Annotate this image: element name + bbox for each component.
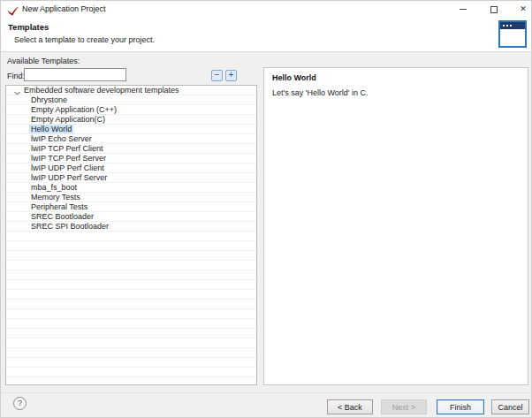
maximize-button[interactable] [485, 1, 503, 18]
empty-row [6, 319, 256, 329]
wizard-window-icon-titlebar [500, 22, 525, 29]
maximize-icon [490, 6, 498, 13]
chevron-down-icon[interactable] [14, 88, 20, 95]
back-button[interactable]: < Back [327, 399, 373, 414]
banner-separator [1, 51, 531, 52]
list-item[interactable]: lwIP UDP Perf Server [6, 173, 256, 183]
close-button[interactable]: ✕ [514, 1, 532, 18]
list-item[interactable]: lwIP UDP Perf Client [6, 163, 256, 173]
empty-row [6, 241, 256, 251]
list-item-label: Empty Application (C++) [31, 105, 117, 114]
list-item-label: lwIP TCP Perf Server [31, 154, 106, 163]
close-icon: ✕ [520, 5, 527, 13]
finish-button[interactable]: Finish [437, 399, 484, 414]
minimize-icon [460, 9, 467, 10]
list-item-label: SREC SPI Bootloader [31, 222, 109, 231]
list-item[interactable]: Memory Tests [6, 193, 256, 202]
new-application-project-dialog: New Application Project ✕ Templates Sele… [0, 0, 532, 418]
list-item-label: Peripheral Tests [31, 202, 87, 211]
empty-row [6, 300, 256, 309]
footer-separator [1, 392, 531, 393]
empty-row [6, 270, 256, 280]
list-item[interactable]: lwIP TCP Perf Server [6, 154, 256, 163]
xilinx-logo-icon [7, 4, 19, 15]
empty-row [6, 261, 256, 270]
help-button[interactable]: ? [13, 397, 27, 410]
empty-row [6, 290, 256, 300]
cancel-button[interactable]: Cancel [491, 399, 529, 414]
available-templates-label: Available Templates: [7, 57, 80, 65]
list-item-label: lwIP Echo Server [31, 134, 92, 143]
list-item[interactable]: Empty Application(C) [6, 115, 256, 125]
list-item-label: SREC Bootloader [31, 212, 94, 221]
collapse-all-icon: − [215, 70, 220, 80]
list-item-label: Empty Application(C) [31, 115, 105, 124]
list-item-label: Dhrystone [31, 95, 67, 104]
empty-row [6, 348, 256, 358]
description-title: Hello World [272, 73, 316, 82]
template-list: Embedded software development templates … [5, 85, 257, 385]
empty-row [6, 338, 256, 348]
list-item-label: lwIP TCP Perf Client [31, 144, 103, 153]
list-item[interactable]: SREC SPI Bootloader [6, 222, 256, 232]
collapse-all-button[interactable]: − [211, 70, 223, 81]
find-label: Find: [7, 72, 25, 80]
empty-row [6, 358, 256, 368]
tree-group-row[interactable]: Embedded software development templates [6, 86, 256, 95]
description-body: Let's say 'Hello World' in C. [272, 88, 369, 97]
title-bar[interactable]: New Application Project ✕ [1, 1, 531, 18]
list-item[interactable]: mba_fs_boot [6, 183, 256, 193]
list-item[interactable]: lwIP Echo Server [6, 134, 256, 144]
empty-row [6, 368, 256, 377]
list-item[interactable]: Peripheral Tests [6, 202, 256, 212]
wizard-window-icon [498, 20, 527, 48]
wizard-banner: Templates Select a template to create yo… [1, 18, 531, 51]
window-title: New Application Project [22, 4, 106, 13]
next-button[interactable]: Next > [381, 399, 427, 414]
list-item-label: lwIP UDP Perf Client [31, 163, 104, 172]
empty-row [6, 377, 256, 385]
empty-row [6, 232, 256, 241]
template-description-panel: Hello World Let's say 'Hello World' in C… [263, 67, 528, 385]
expand-all-icon: + [229, 70, 234, 80]
list-item[interactable]: Dhrystone [6, 95, 256, 105]
list-item-label: Memory Tests [31, 193, 80, 201]
empty-row [6, 309, 256, 319]
list-item-label: Hello World [29, 125, 73, 133]
list-item-selected[interactable]: Hello World [6, 125, 256, 134]
empty-row [6, 329, 256, 338]
expand-all-button[interactable]: + [225, 70, 237, 81]
empty-row [6, 280, 256, 290]
find-input[interactable] [24, 68, 126, 81]
list-item-label: lwIP UDP Perf Server [31, 173, 107, 182]
list-item[interactable]: lwIP TCP Perf Client [6, 144, 256, 154]
tree-group-label: Embedded software development templates [24, 86, 179, 95]
page-title: Templates [8, 22, 49, 32]
list-item[interactable]: Empty Application (C++) [6, 105, 256, 115]
list-item[interactable]: SREC Bootloader [6, 212, 256, 222]
page-subtitle: Select a template to create your project… [14, 35, 155, 44]
minimize-button[interactable] [454, 1, 472, 18]
list-item-label: mba_fs_boot [31, 183, 77, 192]
empty-row [6, 251, 256, 261]
